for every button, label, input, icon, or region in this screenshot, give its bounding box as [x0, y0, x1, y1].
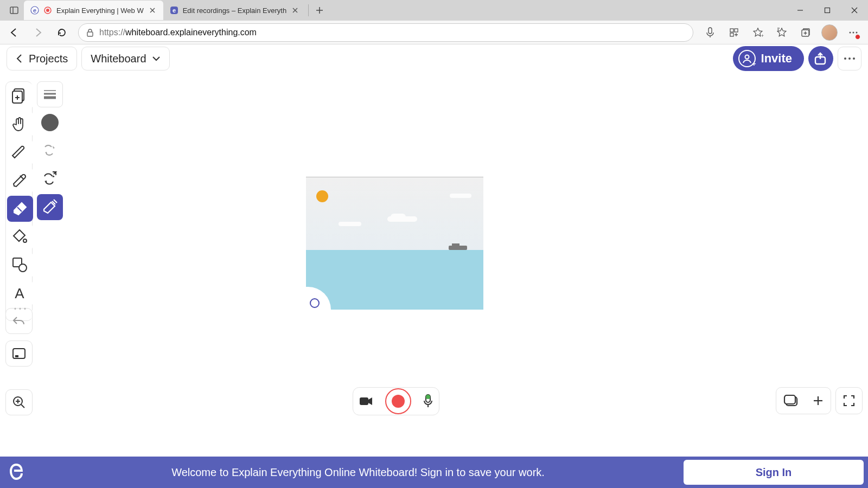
- tab-title: Explain Everything | Web W: [56, 7, 144, 15]
- extensions-icon[interactable]: [723, 22, 745, 43]
- invite-user-icon: +: [738, 50, 756, 67]
- projects-button[interactable]: Projects: [7, 47, 77, 70]
- ee-logo-icon: [0, 463, 33, 482]
- tab-bar: e Explain Everything | Web W e Edit reco…: [0, 0, 868, 21]
- cloud-graphic: [339, 222, 361, 226]
- invite-label: Invite: [761, 52, 792, 66]
- canvas-area[interactable]: [0, 73, 868, 488]
- recording-indicator-icon: [43, 6, 52, 15]
- fullscreen-button[interactable]: [835, 387, 863, 414]
- slide-controls: [776, 387, 863, 414]
- cloud-graphic: [450, 194, 471, 198]
- ellipsis-icon: [843, 57, 856, 60]
- notification-badge: [855, 34, 860, 40]
- camera-toggle[interactable]: [359, 396, 373, 406]
- minimize-button[interactable]: [787, 1, 814, 20]
- app-header: Projects Whiteboard + Invite: [0, 44, 868, 73]
- tab-1[interactable]: e Explain Everything | Web W: [24, 1, 163, 20]
- lock-icon: [86, 28, 94, 37]
- profile-avatar[interactable]: [818, 22, 841, 43]
- url-field[interactable]: https://whiteboard.explaineverything.com: [78, 23, 693, 42]
- banner-message: Welcome to Explain Everything Online Whi…: [33, 466, 684, 479]
- svg-rect-18: [87, 32, 93, 36]
- svg-rect-57: [426, 395, 430, 399]
- svg-point-33: [848, 57, 851, 60]
- signin-button[interactable]: Sign In: [684, 460, 864, 485]
- record-dot-icon: [392, 395, 405, 408]
- svg-rect-21: [735, 29, 738, 32]
- project-title-dropdown[interactable]: Whiteboard: [81, 47, 169, 70]
- chevron-down-icon: [152, 55, 161, 62]
- svg-text:e: e: [33, 7, 36, 14]
- maximize-button[interactable]: [814, 1, 841, 20]
- url-text: https://whiteboard.explaineverything.com: [99, 28, 257, 37]
- mic-toggle[interactable]: [423, 394, 433, 408]
- svg-point-34: [853, 57, 855, 60]
- eraser-cursor: [310, 298, 320, 308]
- tab-divider: [308, 4, 309, 16]
- close-tab-icon[interactable]: [291, 6, 299, 15]
- project-title: Whiteboard: [91, 53, 146, 65]
- invite-button[interactable]: + Invite: [733, 46, 804, 71]
- share-button[interactable]: [808, 46, 833, 71]
- svg-rect-22: [730, 33, 733, 36]
- browser-menu-icon[interactable]: [842, 22, 865, 43]
- svg-rect-55: [360, 397, 368, 405]
- voice-search-icon[interactable]: [699, 22, 722, 43]
- inserted-image[interactable]: [306, 177, 483, 310]
- signin-banner: Welcome to Explain Everything Online Whi…: [0, 457, 868, 488]
- slide-sorter-button[interactable]: [784, 395, 798, 407]
- new-tab-button[interactable]: [311, 2, 328, 19]
- window-controls: [787, 1, 868, 20]
- tab-actions-icon[interactable]: [4, 2, 24, 18]
- sun-graphic: [316, 190, 328, 202]
- tab-2[interactable]: e Edit recordings – Explain Everyth: [163, 1, 306, 20]
- favicon-ee: e: [30, 6, 39, 15]
- svg-point-30: [745, 55, 749, 59]
- favorite-page-icon[interactable]: +: [746, 22, 769, 43]
- favicon-ee: e: [170, 6, 178, 15]
- back-button[interactable]: [3, 22, 25, 43]
- browser-chrome: e Explain Everything | Web W e Edit reco…: [0, 0, 868, 44]
- svg-point-32: [844, 57, 846, 60]
- svg-point-28: [853, 31, 854, 33]
- record-button[interactable]: [385, 388, 411, 414]
- share-icon: [814, 52, 828, 66]
- forward-button[interactable]: [27, 22, 49, 43]
- add-slide-button[interactable]: [813, 395, 824, 406]
- close-window-button[interactable]: [841, 1, 868, 20]
- cloud-graphic: [387, 216, 417, 222]
- svg-rect-59: [784, 395, 795, 404]
- record-toolbar: [353, 387, 439, 415]
- ship-graphic: [449, 246, 467, 250]
- chevron-left-icon: [16, 53, 23, 64]
- svg-rect-0: [10, 7, 18, 14]
- projects-label: Projects: [29, 53, 68, 65]
- svg-point-27: [850, 31, 851, 33]
- close-tab-icon[interactable]: [148, 6, 157, 15]
- svg-rect-15: [825, 8, 830, 13]
- iceberg-graphic: [306, 287, 331, 310]
- collections-icon[interactable]: [794, 22, 817, 43]
- slide-sorter-and-add: [776, 387, 831, 414]
- address-bar: https://whiteboard.explaineverything.com…: [0, 21, 868, 44]
- svg-rect-19: [709, 28, 712, 34]
- more-options-button[interactable]: [838, 47, 861, 70]
- refresh-button[interactable]: [51, 22, 73, 43]
- svg-point-29: [856, 31, 858, 33]
- svg-text:e: e: [173, 7, 176, 14]
- svg-rect-20: [730, 29, 733, 32]
- favorites-icon[interactable]: [770, 22, 793, 43]
- tab-title: Edit recordings – Explain Everyth: [183, 7, 286, 15]
- svg-point-5: [46, 9, 49, 12]
